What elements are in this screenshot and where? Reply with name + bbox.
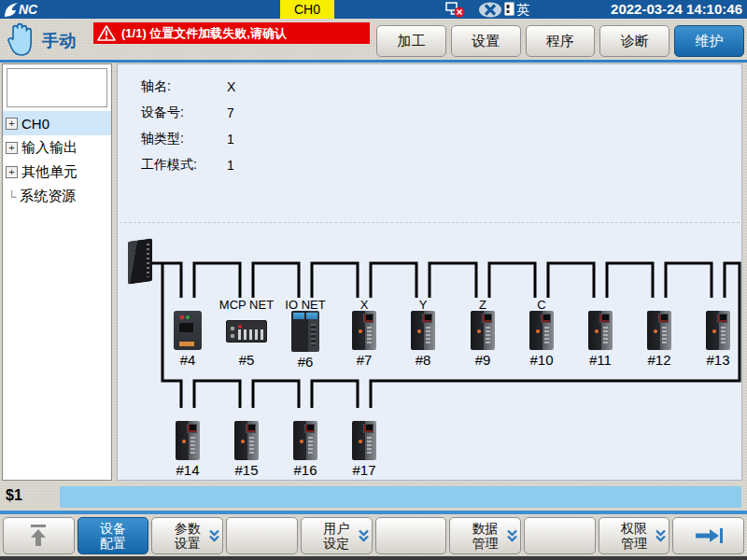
tree-item-system-resources[interactable]: └ 系统资源 [3,184,111,208]
device-slot-4[interactable]: #4 [160,298,216,368]
manual-book-icon [504,2,514,16]
nc-controller-icon[interactable] [128,238,152,285]
servo-drive-icon [293,421,317,460]
mcp-panel-icon [226,320,267,343]
device-bus-label [572,298,628,311]
device-bus-label: Y [395,298,451,311]
double-chevron-down-icon [506,529,518,543]
channel-tab[interactable]: CH0 [280,0,334,19]
bottom-edge-strip [0,556,747,560]
tree-item-io[interactable]: + 输入输出 [3,135,111,160]
device-bus-label [336,408,392,421]
brand-text: NC [19,2,37,17]
tree-item-label: 其他单元 [21,163,78,181]
device-slot-14[interactable]: #14 [160,408,216,478]
servo-drive-icon [234,421,259,460]
softkey-label: 参数 设置 [175,521,201,551]
softkey-data-management[interactable]: 数据 管理 [449,517,521,554]
servo-drive-icon [176,421,200,460]
expand-plus-icon[interactable]: + [6,118,18,130]
mode-alert-toolbar: 手动 (1/1) 位置文件加载失败,请确认 加工 设置 程序 诊断 维护 [0,19,747,60]
tree-item-ch0[interactable]: + CH0 [3,111,111,135]
operation-mode-label: 手动 [42,30,76,52]
tab-maintenance[interactable]: 维护 [674,25,744,57]
double-chevron-down-icon [358,529,370,543]
tab-machining[interactable]: 加工 [376,25,446,57]
device-number: #10 [514,352,570,368]
device-slot-10[interactable]: C #10 [514,298,570,368]
tab-diagnosis[interactable]: 诊断 [599,25,669,57]
usb-disconnected-icon [478,2,502,18]
device-slot-13[interactable]: #13 [690,298,746,368]
device-slot-6[interactable]: IO NET #6 [277,298,333,370]
servo-drive-icon [529,311,554,350]
device-bus-label [160,298,216,311]
inverter-drive-icon [174,311,202,350]
channel-indicator: $1 [6,487,22,504]
servo-drive-icon [411,311,435,350]
mdi-input-bar[interactable] [60,486,741,508]
device-number: #16 [277,462,333,478]
softkey-device-config[interactable]: 设备 配置 [78,517,149,554]
softkey-blank[interactable] [226,517,298,554]
device-slot-12[interactable]: #12 [631,298,687,368]
softkey-next-page[interactable] [672,517,744,554]
toolbar-divider [0,60,747,63]
device-bus-label: IO NET [277,298,333,311]
softkey-permission-management[interactable]: 权限 管理 [599,517,670,554]
softkey-blank[interactable] [375,517,447,554]
main-nav-tabs: 加工 设置 程序 诊断 维护 [376,25,744,57]
softkey-return-up[interactable] [3,517,75,554]
softkey-parameter-settings[interactable]: 参数 设置 [151,517,223,554]
double-chevron-down-icon [208,529,220,543]
servo-drive-icon [706,311,730,350]
brand-logo: NC [4,1,37,18]
tree-elbow-icon: └ [6,189,16,203]
device-bus-label [218,408,275,421]
expand-plus-icon[interactable]: + [6,142,18,154]
datetime-display: 2022-03-24 14:10:46 [611,1,742,17]
softkey-bar: 设备 配置 参数 设置 用户 设定 数据 管理 权限 管理 [0,515,747,556]
servo-drive-icon [352,311,376,350]
device-number: #5 [218,352,275,368]
servo-drive-icon [352,421,376,460]
device-bus-label: Z [455,298,511,311]
device-number: #7 [336,352,392,368]
device-slot-11[interactable]: #11 [572,298,628,368]
device-number: #13 [690,352,746,368]
statusbar-divider [0,511,747,514]
title-bar: NC CH0 英 2022-03-24 14:10:46 [0,0,747,19]
device-number: #4 [160,352,216,368]
tab-program[interactable]: 程序 [526,25,596,57]
servo-drive-icon [588,311,613,350]
softkey-user-setting[interactable]: 用户 设定 [301,517,373,554]
tab-settings[interactable]: 设置 [451,25,521,57]
expand-plus-icon[interactable]: + [6,166,18,178]
alarm-message-bar[interactable]: (1/1) 位置文件加载失败,请确认 [93,22,370,44]
alarm-message-text: (1/1) 位置文件加载失败,请确认 [121,25,287,42]
warning-triangle-icon [97,25,116,42]
device-slot-17[interactable]: #17 [336,408,392,478]
device-slot-16[interactable]: #16 [277,408,333,478]
device-slot-7[interactable]: X #7 [336,298,392,368]
device-bus-label: X [336,298,392,311]
device-slot-5[interactable]: MCP NET #5 [218,298,275,368]
device-slot-15[interactable]: #15 [218,408,275,478]
softkey-label: 数据 管理 [472,521,499,551]
device-slot-8[interactable]: Y #8 [395,298,451,368]
device-bus-label [631,298,687,311]
softkey-blank[interactable] [524,517,596,554]
device-number: #14 [160,462,216,478]
manual-mode-hand-icon [6,21,39,58]
sidebar-header-box [7,68,107,107]
tree-item-label: 系统资源 [20,188,76,205]
language-indicator[interactable]: 英 [516,2,529,19]
device-number: #6 [277,354,333,370]
device-number: #17 [336,462,392,478]
softkey-label: 用户 设定 [323,521,349,551]
tree-item-other-units[interactable]: + 其他单元 [3,160,111,184]
io-unit-icon [291,311,319,352]
device-number: #8 [395,352,451,368]
device-tree-sidebar: + CH0 + 输入输出 + 其他单元 └ 系统资源 [2,63,112,481]
device-slot-9[interactable]: Z #9 [455,298,511,368]
